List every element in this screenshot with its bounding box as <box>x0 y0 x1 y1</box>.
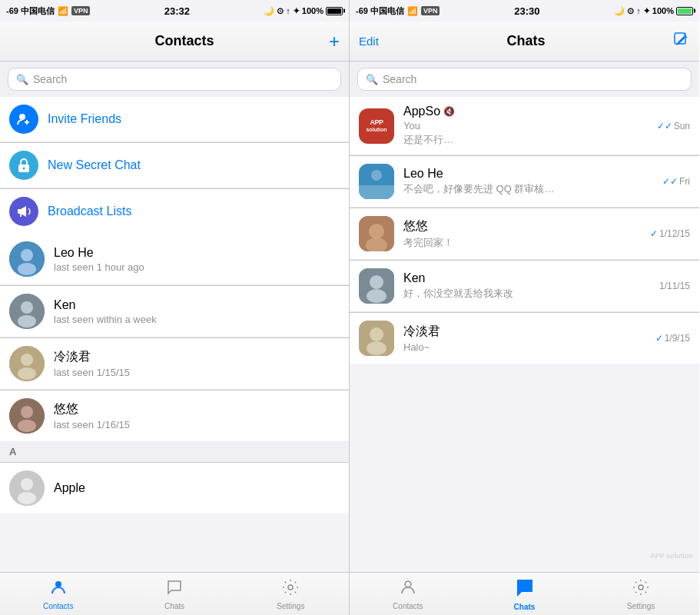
invite-friends-item[interactable]: Invite Friends <box>0 97 349 142</box>
svg-point-12 <box>21 354 33 366</box>
edit-button[interactable]: Edit <box>359 35 379 48</box>
avatar-lendan-chat <box>359 321 394 356</box>
chats-title: Chats <box>506 33 545 49</box>
chat-leohe[interactable]: Leo He 不会吧，好像要先进 QQ 群审核… ✓✓ Fri <box>350 156 699 208</box>
left-arrow-icon: ↑ <box>286 6 290 15</box>
left-status-left: -69 中国电信 📶 VPN <box>6 5 90 17</box>
chats-scroll-area[interactable]: APP solution AppSo 🔇 You 还是不行… ✓✓ Sun <box>350 97 699 572</box>
right-tab-chats[interactable]: Chats <box>466 573 583 615</box>
chat-lendan[interactable]: 冷淡君 Halo~ ✓ 1/9/15 <box>350 313 699 364</box>
chat-bubble-icon-right <box>515 577 535 597</box>
ken-avatar-img-chat <box>359 268 394 304</box>
contact-apple[interactable]: Apple <box>0 463 349 514</box>
left-search-wrap[interactable]: 🔍 Search <box>8 68 341 91</box>
add-contact-button[interactable]: + <box>329 32 340 51</box>
youyou-sub: last seen 1/16/15 <box>54 419 340 430</box>
svg-point-0 <box>19 114 25 120</box>
new-secret-chat-label: New Secret Chat <box>48 158 141 172</box>
apple-section: Apple <box>0 463 349 514</box>
svg-point-36 <box>405 581 411 587</box>
contact-lendan[interactable]: 冷淡君 last seen 1/15/15 <box>0 338 349 390</box>
chat-youyou[interactable]: 悠悠 考完回家！ ✓ 1/12/15 <box>350 208 699 260</box>
right-moon-icon: 🌙 <box>614 6 625 16</box>
leo-avatar-img <box>9 241 45 277</box>
right-battery-pct: 100% <box>652 6 674 15</box>
svg-point-7 <box>18 263 36 275</box>
svg-point-25 <box>371 170 382 181</box>
svg-point-35 <box>367 341 386 355</box>
broadcast-icon-wrap <box>9 197 38 226</box>
apple-name: Apple <box>54 481 340 495</box>
left-location-icon: ⊙ <box>277 6 284 16</box>
youyou-name: 悠悠 <box>54 401 340 417</box>
appso-content: AppSo 🔇 You 还是不行… <box>403 105 648 147</box>
ken-name: Ken <box>54 298 340 312</box>
contact-ken[interactable]: Ken last seen within a week <box>0 286 349 337</box>
ken-chat-time: 1/11/15 <box>659 281 690 291</box>
left-tab-chats[interactable]: Chats <box>116 573 232 615</box>
svg-point-19 <box>18 492 36 504</box>
secret-icon-wrap <box>9 151 38 180</box>
right-contacts-icon <box>399 578 417 597</box>
right-search-wrap[interactable]: 🔍 Search <box>357 68 692 91</box>
left-tab-settings[interactable]: Settings <box>233 573 349 615</box>
left-tab-contacts[interactable]: Contacts <box>0 573 116 615</box>
right-arrow-icon: ↑ <box>636 6 641 15</box>
leo-content: Leo He last seen 1 hour ago <box>54 246 340 273</box>
svg-point-37 <box>639 585 643 590</box>
lendan-avatar-img <box>9 346 45 381</box>
right-vpn-badge: VPN <box>421 6 440 15</box>
lendan-sub: last seen 1/15/15 <box>54 367 340 378</box>
compose-icon <box>673 32 690 48</box>
ken-avatar-img <box>9 294 45 329</box>
lendan-check-icon: ✓ <box>655 333 663 344</box>
chat-ken[interactable]: Ken 好，你没空就丢给我来改 1/11/15 <box>350 261 699 312</box>
avatar-lendan <box>9 346 45 381</box>
invite-icon-wrap <box>9 105 38 134</box>
right-battery-fill <box>678 8 692 14</box>
youyou-chat-meta: ✓ 1/12/15 <box>650 228 690 239</box>
chat-appso[interactable]: APP solution AppSo 🔇 You 还是不行… ✓✓ Sun <box>350 97 699 155</box>
settings-tab-icon-right <box>632 578 650 600</box>
left-bluetooth-icon: ✦ <box>293 6 300 16</box>
ken-chat-content: Ken 好，你没空就丢给我来改 <box>403 271 650 301</box>
right-search-placeholder: Search <box>383 73 416 85</box>
svg-point-28 <box>369 224 384 239</box>
right-signal: -69 中国电信 <box>356 5 404 17</box>
contact-leo[interactable]: Leo He last seen 1 hour ago <box>0 234 349 285</box>
lock-icon <box>17 158 31 173</box>
right-tab-settings-label: Settings <box>627 602 655 610</box>
youyou-chat-name: 悠悠 <box>403 219 428 232</box>
watermark: APP solution <box>650 552 693 561</box>
ken-chat-sub: 好，你没空就丢给我来改 <box>403 287 650 301</box>
right-tab-chats-label: Chats <box>514 603 536 611</box>
svg-point-16 <box>18 420 36 432</box>
broadcast-lists-item[interactable]: Broadcast Lists <box>0 189 349 234</box>
invite-friends-label: Invite Friends <box>48 112 121 126</box>
left-search-placeholder: Search <box>33 73 67 85</box>
avatar-ken-chat <box>359 268 394 304</box>
left-tab-settings-label: Settings <box>277 602 304 610</box>
appso-sub2: 还是不行… <box>403 133 648 147</box>
lendan-chat-name: 冷淡君 <box>403 324 440 337</box>
person-plus-icon <box>16 111 32 127</box>
contacts-scroll-area[interactable]: Leo He last seen 1 hour ago Ken last see… <box>0 234 349 572</box>
left-search-icon: 🔍 <box>16 74 28 85</box>
left-menu-section: Invite Friends New Secret Chat <box>0 97 349 234</box>
right-tab-contacts[interactable]: Contacts <box>350 573 466 615</box>
left-wifi-icon: 📶 <box>58 6 68 16</box>
leohe-check-icon: ✓✓ <box>662 176 678 187</box>
right-status-left: -69 中国电信 📶 VPN <box>356 5 440 17</box>
appso-check-icon: ✓✓ <box>657 121 672 131</box>
svg-point-10 <box>18 315 36 327</box>
right-tab-bar: Contacts Chats Settings <box>350 572 699 615</box>
right-tab-settings[interactable]: Settings <box>582 573 699 615</box>
svg-point-4 <box>23 168 25 170</box>
lendan-content: 冷淡君 last seen 1/15/15 <box>54 349 340 378</box>
svg-point-9 <box>21 301 33 314</box>
contact-youyou[interactable]: 悠悠 last seen 1/16/15 <box>0 391 349 441</box>
new-secret-chat-item[interactable]: New Secret Chat <box>0 143 349 188</box>
compose-button[interactable] <box>673 32 690 52</box>
svg-point-6 <box>21 249 33 261</box>
svg-point-31 <box>370 275 383 289</box>
